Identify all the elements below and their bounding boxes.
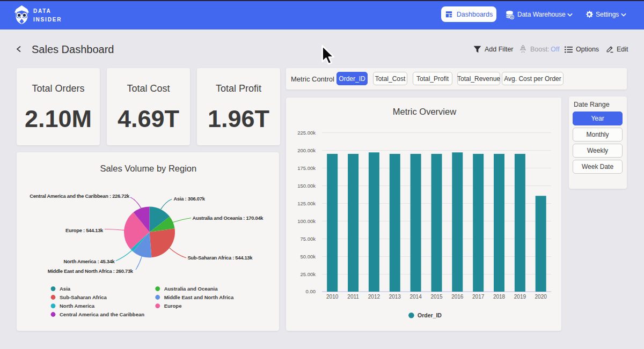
svg-text:75.00k: 75.00k [300,236,316,242]
svg-text:Metric Overview: Metric Overview [393,107,456,116]
svg-text:Australia and Oceania : 170.04: Australia and Oceania : 170.04k [193,216,264,221]
svg-text:Asia: Asia [60,286,71,292]
svg-text:200.00k: 200.00k [297,147,316,153]
svg-text:Middle East and North Africa: Middle East and North Africa [164,294,234,300]
svg-text:2016: 2016 [451,294,464,300]
svg-text:0.00: 0.00 [306,288,316,294]
svg-text:Asia : 306.07k: Asia : 306.07k [174,196,206,202]
svg-text:2015: 2015 [430,294,443,300]
svg-text:Sub-Saharan Africa : 544.13k: Sub-Saharan Africa : 544.13k [187,255,253,261]
svg-text:2013: 2013 [389,294,401,300]
svg-text:2018: 2018 [493,294,506,300]
svg-text:Central America and the Caribb: Central America and the Caribbean : 226.… [30,194,130,199]
svg-text:2020: 2020 [535,294,547,300]
svg-text:175.00k: 175.00k [297,165,316,171]
svg-text:Europe : 544.13k: Europe : 544.13k [65,228,104,233]
svg-text:150.00k: 150.00k [297,183,316,189]
svg-text:2014: 2014 [409,294,422,300]
svg-text:Middle East and North Africa :: Middle East and North Africa : 260.73k [48,269,134,274]
svg-text:Australia and Oceania: Australia and Oceania [164,286,218,292]
svg-text:2011: 2011 [347,294,359,300]
svg-text:2010: 2010 [326,294,339,300]
svg-text:Sub-Saharan Africa: Sub-Saharan Africa [60,294,107,300]
svg-text:25.00k: 25.00k [300,271,316,277]
svg-text:100.00k: 100.00k [297,218,316,224]
svg-text:225.00k: 225.00k [297,130,316,136]
svg-text:50.00k: 50.00k [300,254,316,259]
svg-text:2019: 2019 [514,294,526,300]
svg-text:Central America and the Caribb: Central America and the Caribbean [60,311,144,317]
svg-text:2012: 2012 [368,294,380,300]
svg-text:2017: 2017 [472,294,485,300]
svg-text:Order_ID: Order_ID [418,312,442,318]
svg-text:Sales Volume by Region: Sales Volume by Region [100,164,196,173]
svg-text:North America : 45.34k: North America : 45.34k [64,259,115,264]
svg-text:North America: North America [60,303,95,309]
svg-text:Europe: Europe [164,303,182,309]
svg-text:125.00k: 125.00k [297,201,316,206]
